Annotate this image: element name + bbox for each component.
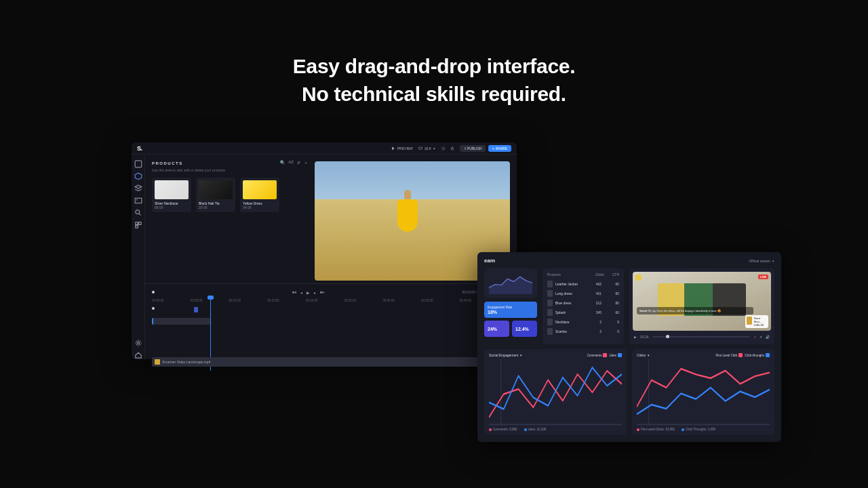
legend-first-click[interactable]: First Level Click (715, 353, 743, 357)
product-row[interactable]: Scarfes30 (547, 327, 619, 336)
live-product-chip[interactable]: Vince Strai… £185.00 (745, 315, 768, 328)
live-comment: Sarah Oh my I love the dress, will be bu… (637, 307, 753, 314)
timeline-tick: 00:40:00 (460, 299, 472, 306)
tile-stat-a[interactable]: 24% (484, 321, 509, 337)
publish-button[interactable]: ⇧ PUBLISH (460, 145, 486, 152)
row-ctr: 60 (604, 310, 619, 314)
legend-comments[interactable]: Comments (587, 353, 608, 357)
row-name: Splash (555, 310, 584, 314)
player-controls: ▶ 03:26 ⤢ ✕ 🔊 (633, 333, 771, 341)
app-logo: S. (137, 145, 142, 152)
expand-icon[interactable]: ⤢ (753, 335, 756, 339)
timeline-clip[interactable]: Smartzer Video Landscape.mp4 ≡ (152, 357, 510, 367)
legend-clickthroughs[interactable]: Click-throughs (745, 353, 770, 357)
row-thumb-icon (547, 300, 553, 306)
timeline-tick: 00:10:00 (229, 299, 241, 306)
row-name: Long dress (555, 291, 584, 296)
live-video[interactable]: LIVE Sarah Oh my I love the dress, will … (633, 272, 771, 331)
product-card[interactable]: Black Hair Tie 20.00 (196, 178, 235, 212)
aspect-selector[interactable]: 16:9 ▾ (416, 145, 438, 152)
chart-title: Clicks (637, 353, 646, 357)
product-row[interactable]: Splash34560 (547, 308, 619, 317)
timeline-track[interactable]: Smartzer Video Landscape.mp4 ≡ (152, 307, 510, 353)
svg-rect-1 (451, 148, 453, 149)
tile-engagement[interactable]: Engagement Rate 10% (484, 302, 537, 318)
close-icon[interactable]: ✕ (760, 335, 762, 339)
chevron-down-icon[interactable]: ▾ (520, 353, 522, 357)
legend-likes[interactable]: Likes (609, 353, 622, 357)
rail-search-icon[interactable] (134, 209, 142, 217)
row-clicks: 212 (587, 301, 601, 305)
product-card[interactable]: Yellow Dress 34.00 (240, 178, 279, 212)
product-row[interactable]: Leather Jacket46260 (547, 279, 619, 289)
tile-stat-b[interactable]: 12.4% (512, 321, 537, 337)
row-ctr: 80 (604, 301, 619, 305)
step-back-icon[interactable]: ◂ (300, 290, 302, 295)
timeline-ruler[interactable]: 00:00:0000:05:0000:10:0000:15:0000:20:00… (152, 299, 510, 306)
volume-icon[interactable]: 🔊 (766, 335, 770, 339)
rail-template-icon[interactable] (134, 221, 142, 229)
panel-filter-icon[interactable]: ⇵ (297, 160, 300, 166)
chevron-down-icon[interactable]: ▾ (648, 353, 650, 357)
panel-add-icon[interactable]: ＋ (304, 160, 308, 166)
timeline-tick: 00:05:00 (191, 299, 203, 306)
product-row[interactable]: Blue dress21280 (547, 298, 619, 308)
analytics-dashboard: eam Official stream ▾ Engagement Rate 10… (477, 252, 781, 442)
screen-icon (418, 146, 422, 150)
row-ctr: 9 (604, 320, 619, 324)
product-row[interactable]: Necklace39 (547, 317, 619, 327)
timeline-marker[interactable] (194, 307, 198, 312)
col-ctr: CTR (604, 272, 619, 277)
product-card[interactable]: Silver Necklace 68.00 (152, 178, 191, 212)
timeline-region[interactable] (152, 318, 210, 325)
rail-home-icon[interactable] (134, 351, 142, 359)
timeline-tick: 00:25:00 (344, 299, 357, 306)
rail-image-icon[interactable] (134, 197, 142, 205)
timeline-tick: 00:20:00 (306, 299, 318, 306)
clip-thumb-icon (155, 359, 160, 365)
timeline-tick: 00:15:00 (267, 299, 279, 306)
undo-button[interactable] (438, 145, 448, 152)
step-fwd-icon[interactable]: ▸ (314, 290, 316, 295)
product-row[interactable]: Long dress40180 (547, 289, 619, 298)
rail-media-icon[interactable] (134, 160, 142, 168)
row-clicks: 3 (587, 320, 601, 324)
chart-social-engagement: Social Engagement ▾ Comments Likes Comme… (484, 349, 627, 435)
preview-button[interactable]: PREVIEW (389, 145, 416, 152)
play-icon[interactable]: ▶ (634, 335, 637, 339)
svg-point-5 (135, 210, 139, 214)
player-progress[interactable] (652, 336, 750, 338)
row-clicks: 462 (587, 282, 601, 286)
trend-minichart (484, 268, 537, 298)
rail-layers-icon[interactable] (134, 184, 142, 192)
panel-search-icon[interactable]: 🔍 (280, 160, 285, 166)
hero-line-1: Easy drag-and-drop interface. (0, 53, 868, 81)
editor-topbar: S. PREVIEW 16:9 ▾ ⇧ PUBLISH ⎋ SHARE (132, 142, 517, 155)
lock-button[interactable] (448, 145, 457, 152)
product-price: 34.00 (243, 205, 277, 209)
products-analytics-card: Products Clicks CTR Leather Jacket46260L… (542, 268, 624, 344)
rail-settings-icon[interactable] (134, 339, 142, 347)
rail-products-icon[interactable] (134, 172, 142, 180)
editor-window: S. PREVIEW 16:9 ▾ ⇧ PUBLISH ⎋ SHARE (132, 142, 517, 359)
chevron-down-icon: ▾ (433, 146, 435, 150)
row-name: Leather Jacket (555, 282, 584, 286)
stream-selector[interactable]: Official stream ▾ (749, 259, 774, 263)
row-name: Blue dress (555, 301, 584, 305)
svg-point-9 (137, 342, 139, 344)
tile-label: Engagement Rate (488, 306, 534, 309)
products-panel: PRODUCTS 🔍 AZ ⇵ ＋ Use this area to add, … (145, 155, 315, 283)
panel-sort-button[interactable]: AZ (288, 160, 294, 166)
product-price: 68.00 (155, 205, 189, 209)
play-icon[interactable]: ▶ (307, 290, 310, 295)
skip-back-icon[interactable]: ⏮ (292, 290, 296, 294)
row-thumb-icon (547, 281, 553, 287)
play-icon (391, 146, 395, 150)
svg-rect-3 (135, 198, 142, 203)
live-badge: LIVE (758, 274, 768, 279)
share-button[interactable]: ⎋ SHARE (488, 145, 511, 152)
chevron-down-icon: ▾ (772, 259, 774, 263)
skip-fwd-icon[interactable]: ⏭ (320, 290, 324, 294)
row-name: Necklace (555, 320, 584, 324)
row-name: Scarfes (555, 329, 584, 333)
